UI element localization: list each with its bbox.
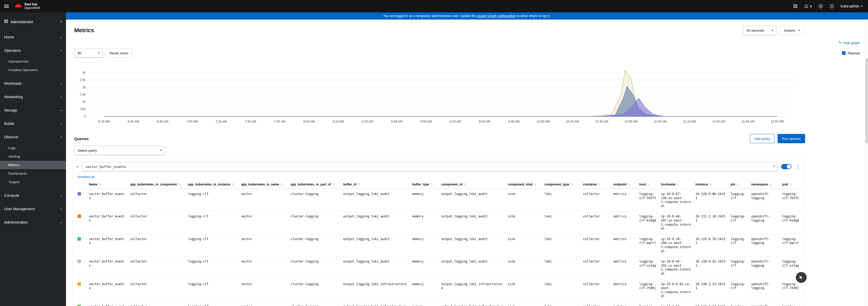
sidebar-item-builds[interactable]: Builds▸ xyxy=(0,117,66,130)
actions-dropdown-button[interactable]: Actions ▾ xyxy=(780,26,804,35)
column-header-app-kubernetes-io-name[interactable]: app_kubernetes_io_name⇅ xyxy=(239,181,288,189)
vertical-scrollbar[interactable] xyxy=(865,20,868,306)
chevron-right-icon: ▸ xyxy=(60,221,62,224)
hide-graph-link[interactable]: Hide graph xyxy=(838,41,860,45)
series-color-swatch[interactable] xyxy=(78,192,81,196)
column-header-buffer-id[interactable]: buffer_id⇅ xyxy=(341,181,410,189)
table-cell: logging-clf xyxy=(728,234,749,256)
sidebar-item-workloads[interactable]: Workloads▸ xyxy=(0,77,66,90)
brand-line1: Red Hat xyxy=(25,3,40,6)
table-cell: memory xyxy=(410,279,439,301)
table-cell: logging-clf xyxy=(186,234,239,256)
sidebar-item-compute[interactable]: Compute▸ xyxy=(0,189,66,202)
table-cell: ip-10-0-28-194.us-east-2.compute.interna… xyxy=(659,234,693,256)
table-cell: openshift-logging xyxy=(749,301,780,306)
query-kebab-menu-icon[interactable]: ⋮ xyxy=(795,164,802,169)
table-row: vector_buffer_eventscollectorlogging-clf… xyxy=(75,301,802,306)
sidebar-item-operators[interactable]: Operators▾ xyxy=(0,44,66,57)
perspective-switcher[interactable]: Administrator ▾ xyxy=(0,16,66,27)
user-menu[interactable]: kube:admin ▾ xyxy=(841,4,862,8)
quick-create-plus-icon[interactable] xyxy=(818,4,823,8)
run-queries-button[interactable]: Run queries xyxy=(778,134,805,143)
series-color-swatch[interactable] xyxy=(78,214,81,218)
svg-text:7:30 AM: 7:30 AM xyxy=(245,120,256,124)
sidebar-item-installed-operators[interactable]: Installed Operators xyxy=(0,66,66,74)
column-header-instance[interactable]: instance⇅ xyxy=(693,181,728,189)
add-query-button[interactable]: Add query xyxy=(750,134,775,143)
sidebar-item-user-management[interactable]: User Management▸ xyxy=(0,202,66,215)
table-cell: collector xyxy=(128,257,186,279)
series-color-swatch[interactable] xyxy=(78,237,81,241)
sort-icon: ⇅ xyxy=(709,183,712,186)
column-header-app-kubernetes-io-instance[interactable]: app_kubernetes_io_instance⇅ xyxy=(186,181,239,189)
sidebar-item-storage[interactable]: Storage▸ xyxy=(0,104,66,117)
table-cell: memory xyxy=(410,189,439,211)
unselect-all-link[interactable]: Unselect all xyxy=(77,175,94,179)
column-header-job[interactable]: job⇅ xyxy=(728,181,749,189)
column-header-container[interactable]: container⇅ xyxy=(581,181,611,189)
chevron-down-icon: ▾ xyxy=(157,149,162,152)
column-header-buffer-type[interactable]: buffer_type⇅ xyxy=(410,181,439,189)
query-expander-chevron-icon[interactable]: ▾ xyxy=(75,165,80,169)
sidebar-item-alerting[interactable]: Alerting xyxy=(0,152,66,161)
reset-zoom-button[interactable]: Reset zoom xyxy=(105,48,132,58)
series-color-swatch[interactable] xyxy=(78,282,81,286)
sidebar-item-dashboards[interactable]: Dashboards xyxy=(0,169,66,178)
table-cell: output_logging_loki_audit xyxy=(439,211,506,234)
table-cell: vector_buffer_events xyxy=(87,301,128,306)
clear-query-icon[interactable]: × xyxy=(773,164,775,169)
notifications-bell-icon[interactable]: 9 xyxy=(804,4,811,8)
metrics-chart[interactable]: 05001k1.5k2k2.5k3k6:15 AM6:30 AM6:45 AM7… xyxy=(74,65,860,130)
app-launcher-icon[interactable] xyxy=(793,4,797,8)
timespan-select[interactable]: 6h ▾ xyxy=(74,48,102,58)
table-cell: logging-clf xyxy=(728,301,749,306)
query-expression-input[interactable] xyxy=(83,162,778,171)
stacked-checkbox[interactable]: ✓ xyxy=(842,51,845,55)
column-header-name[interactable]: Name⇅ xyxy=(87,181,128,189)
sidebar-item-logs[interactable]: Logs xyxy=(0,144,66,152)
sidebar-nav-list: Home▸Operators▾OperatorHubInstalled Oper… xyxy=(0,30,66,229)
table-cell: collector xyxy=(128,301,186,306)
sidebar-item-targets[interactable]: Targets xyxy=(0,178,66,186)
chevron-right-icon: ▸ xyxy=(60,109,62,112)
column-header-component-type[interactable]: component_type⇅ xyxy=(542,181,581,189)
series-color-swatch[interactable] xyxy=(78,260,81,263)
table-cell: logging-clf-75d6j xyxy=(780,279,802,301)
scrollbar-thumb[interactable] xyxy=(866,58,867,143)
table-cell: metrics xyxy=(611,211,637,234)
sort-icon: ⇅ xyxy=(332,183,335,186)
column-header-endpoint[interactable]: endpoint⇅ xyxy=(611,181,637,189)
column-header-hostname[interactable]: hostname⇅ xyxy=(659,181,693,189)
column-header-app-kubernetes-io-part-of[interactable]: app_kubernetes_io_part_of⇅ xyxy=(289,181,341,189)
table-cell: openshift-logging xyxy=(749,257,780,279)
sidebar-item-metrics[interactable]: Metrics xyxy=(0,161,66,169)
page-title: Metrics xyxy=(74,27,94,34)
table-cell: loki xyxy=(542,279,581,301)
help-icon[interactable]: ? xyxy=(830,4,834,8)
column-header-namespace[interactable]: namespace⇅ xyxy=(749,181,780,189)
cluster-oauth-configuration-link[interactable]: cluster OAuth configuration xyxy=(477,14,516,18)
sidebar-item-networking[interactable]: Networking▸ xyxy=(0,90,66,104)
sidebar-item-administration[interactable]: Administration▸ xyxy=(0,215,66,229)
menu-toggle-icon[interactable] xyxy=(4,5,9,8)
table-cell: vector xyxy=(239,257,288,279)
brand-logo[interactable]: Red Hat OpenShift xyxy=(14,3,40,10)
refresh-interval-select[interactable]: 30 seconds ▾ xyxy=(743,26,776,35)
table-cell: metrics xyxy=(611,189,637,211)
sidebar-item-operatorhub[interactable]: OperatorHub xyxy=(0,57,66,66)
column-header-component-kind[interactable]: component_kind⇅ xyxy=(506,181,542,189)
series-color-swatch[interactable] xyxy=(78,305,81,306)
table-cell: ip-10-0-45-191.us-east-2.compute.interna… xyxy=(659,257,693,279)
column-header-app-kubernetes-io-component[interactable]: app_kubernetes_io_component⇅ xyxy=(128,181,186,189)
sidebar-item-observe[interactable]: Observe▾ xyxy=(0,130,66,144)
svg-text:6:15 AM: 6:15 AM xyxy=(98,120,110,124)
table-cell: collector xyxy=(581,257,611,279)
table-cell: output_logging_loki_infrastructure xyxy=(439,279,506,301)
select-query-dropdown[interactable]: Select query ▾ xyxy=(74,146,165,155)
table-cell: vector_buffer_events xyxy=(87,279,128,301)
column-header-component-id[interactable]: component_id⇅ xyxy=(439,181,506,189)
column-header-host[interactable]: host⇅ xyxy=(637,181,659,189)
query-enabled-toggle[interactable]: ✓ xyxy=(781,164,792,169)
sidebar-item-home[interactable]: Home▸ xyxy=(0,30,66,44)
column-header-pod[interactable]: pod⇅ xyxy=(780,181,802,189)
